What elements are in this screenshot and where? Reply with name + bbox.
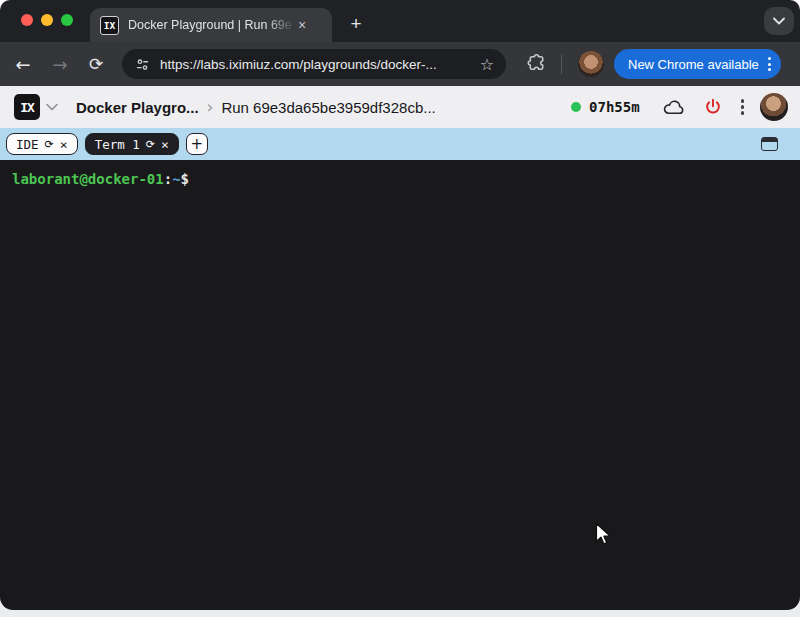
user-avatar[interactable] xyxy=(760,93,788,121)
logo-chevron-down-icon[interactable] xyxy=(46,103,58,111)
prompt-colon: : xyxy=(164,171,172,187)
breadcrumb-run-id[interactable]: Run 69e3da65be3959df328cb... xyxy=(221,99,435,116)
zoom-window-button[interactable] xyxy=(61,14,73,26)
cloud-icon[interactable] xyxy=(662,96,685,119)
session-timer: 07h55m xyxy=(589,99,640,115)
chrome-update-button[interactable]: New Chrome available xyxy=(614,49,781,79)
terminal-prompt: laborant@docker-01:~$ xyxy=(12,171,189,187)
traffic-lights xyxy=(21,14,73,26)
toolbar-divider xyxy=(561,55,562,74)
chevron-down-icon xyxy=(773,17,785,25)
session-status-dot xyxy=(571,102,581,112)
tab-ide[interactable]: IDE ⟳ × xyxy=(6,133,78,155)
minimize-window-button[interactable] xyxy=(41,14,53,26)
browser-profile-avatar[interactable] xyxy=(578,51,604,77)
add-tab-button[interactable]: + xyxy=(186,133,208,155)
back-button[interactable]: ← xyxy=(8,42,38,86)
browser-tab[interactable]: IX Docker Playground | Run 69e × xyxy=(90,8,332,42)
breadcrumb-separator-icon: › xyxy=(207,97,214,117)
tab-search-button[interactable] xyxy=(764,7,794,35)
prompt-symbol: $ xyxy=(181,171,189,187)
tab-title: Docker Playground | Run 69e xyxy=(128,18,296,32)
header-menu-icon[interactable] xyxy=(741,98,744,117)
refresh-button[interactable]: ⟳ xyxy=(81,42,111,86)
prompt-path: ~ xyxy=(172,171,180,187)
browser-toolbar: ← → ⟳ https://labs.iximiuz.com/playgroun… xyxy=(0,42,800,86)
tab-term-1-label: Term 1 xyxy=(95,137,140,152)
url-text[interactable]: https://labs.iximiuz.com/playgrounds/doc… xyxy=(160,57,474,72)
tab-ide-close-icon[interactable]: × xyxy=(60,137,68,152)
breadcrumb-project[interactable]: Docker Playgro... xyxy=(76,99,199,116)
browser-window: IX Docker Playground | Run 69e × + ← → ⟳… xyxy=(0,0,800,617)
terminal-panel[interactable]: laborant@docker-01:~$ xyxy=(0,160,800,610)
site-settings-icon[interactable] xyxy=(134,56,151,73)
site-header: IX Docker Playgro... › Run 69e3da65be395… xyxy=(0,86,800,128)
favicon-icon: IX xyxy=(100,16,119,35)
tab-term-1-close-icon[interactable]: × xyxy=(161,137,169,152)
address-bar[interactable]: https://labs.iximiuz.com/playgrounds/doc… xyxy=(122,49,506,79)
tab-term-1[interactable]: Term 1 ⟳ × xyxy=(85,133,179,155)
tab-close-icon[interactable]: × xyxy=(298,18,306,32)
mouse-cursor xyxy=(594,522,613,546)
forward-button: → xyxy=(45,42,75,86)
iximiuz-logo[interactable]: IX xyxy=(14,94,40,120)
prompt-user-host: laborant@docker-01 xyxy=(12,171,164,187)
chrome-menu-icon[interactable] xyxy=(768,55,771,72)
bookmark-star-icon[interactable]: ☆ xyxy=(480,55,494,74)
close-window-button[interactable] xyxy=(21,14,33,26)
panel-tabbar: IDE ⟳ × Term 1 ⟳ × + xyxy=(0,128,800,160)
tab-ide-reload-icon[interactable]: ⟳ xyxy=(45,138,54,151)
tab-term-1-reload-icon[interactable]: ⟳ xyxy=(146,138,155,151)
tab-ide-label: IDE xyxy=(16,137,39,152)
power-icon[interactable] xyxy=(703,97,723,117)
titlebar: IX Docker Playground | Run 69e × + xyxy=(0,0,800,42)
layout-panel-icon[interactable] xyxy=(761,137,778,151)
extensions-icon[interactable] xyxy=(526,53,547,78)
chrome-update-label: New Chrome available xyxy=(628,57,759,72)
new-tab-button[interactable]: + xyxy=(342,10,370,38)
